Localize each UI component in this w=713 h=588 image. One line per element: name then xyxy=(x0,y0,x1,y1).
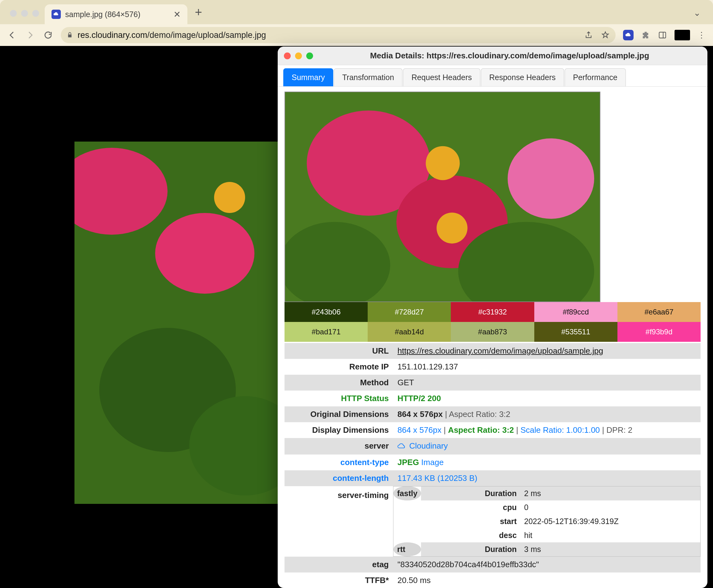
star-icon[interactable] xyxy=(601,30,610,40)
url-link[interactable]: https://res.cloudinary.com/demo/image/up… xyxy=(397,346,603,355)
label-url: URL xyxy=(284,343,393,359)
label-content-length: content-length xyxy=(284,470,393,486)
window-traffic-lights xyxy=(6,10,45,24)
tab-response-headers[interactable]: Response Headers xyxy=(481,68,564,86)
label-http-status: HTTP Status xyxy=(284,391,393,406)
color-swatch: #aab14d xyxy=(368,322,451,342)
value-original-dimensions: 864 x 576px | Aspect Ratio: 3:2 xyxy=(393,406,700,422)
page-image-preview xyxy=(74,142,285,504)
forward-button[interactable] xyxy=(25,30,35,40)
timing-start-value: 2022-05-12T16:39:49.319Z xyxy=(520,514,700,528)
minimize-window-button[interactable] xyxy=(295,52,302,59)
reload-button[interactable] xyxy=(43,30,53,40)
color-swatch: #728d27 xyxy=(368,302,451,322)
value-content-type: JPEG Image xyxy=(393,455,700,470)
tab-performance[interactable]: Performance xyxy=(565,68,626,86)
new-tab-button[interactable]: + xyxy=(188,5,210,24)
side-panel-icon[interactable] xyxy=(658,30,667,40)
share-icon[interactable] xyxy=(584,30,593,40)
color-swatch: #c31932 xyxy=(451,302,534,322)
label-method: Method xyxy=(284,375,393,391)
tab-request-headers[interactable]: Request Headers xyxy=(403,68,480,86)
label-server-timing: server-timing xyxy=(284,486,393,556)
profile-avatar[interactable] xyxy=(674,30,690,40)
chevron-down-icon[interactable]: ⌄ xyxy=(693,8,700,18)
tab-summary[interactable]: Summary xyxy=(283,68,333,86)
value-ttfb: 20.50 ms xyxy=(393,572,700,588)
timing-rtt-duration: 3 ms xyxy=(520,542,700,556)
tab-title: sample.jpg (864×576) xyxy=(65,10,169,19)
address-bar[interactable]: res.cloudinary.com/demo/image/upload/sam… xyxy=(61,27,615,43)
traffic-light[interactable] xyxy=(10,10,17,17)
url-text: res.cloudinary.com/demo/image/upload/sam… xyxy=(78,30,266,40)
panel-tabs: Summary Transformation Request Headers R… xyxy=(278,65,708,87)
svg-point-13 xyxy=(436,213,468,244)
cloudinary-favicon xyxy=(51,9,61,19)
traffic-light[interactable] xyxy=(21,10,28,17)
panel-titlebar: Media Details: https://res.cloudinary.co… xyxy=(278,46,708,65)
svg-point-4 xyxy=(155,213,254,294)
timing-desc-value: hit xyxy=(520,528,700,542)
label-original-dimensions: Original Dimensions xyxy=(284,406,393,422)
panel-body: #243b06#728d27#c31932#f89ccd#e6aa67 #bad… xyxy=(278,87,708,588)
value-method: GET xyxy=(393,375,700,391)
value-server: Cloudinary xyxy=(397,441,448,451)
svg-point-7 xyxy=(214,182,245,213)
details-table: URL https://res.cloudinary.com/demo/imag… xyxy=(284,343,700,588)
close-window-button[interactable] xyxy=(284,52,291,59)
timing-duration-label-2: Duration xyxy=(421,542,520,556)
panel-title: Media Details: https://res.cloudinary.co… xyxy=(318,51,701,61)
extensions-icon[interactable] xyxy=(641,30,650,40)
value-http-status: HTTP/2 200 xyxy=(397,394,441,403)
menu-icon[interactable]: ⋮ xyxy=(697,30,706,40)
timing-cpu-value: 0 xyxy=(520,501,700,514)
timing-desc-label: desc xyxy=(421,528,520,542)
label-display-dimensions: Display Dimensions xyxy=(284,422,393,438)
timing-rtt-label: rtt xyxy=(393,542,422,556)
media-preview-image xyxy=(284,91,600,302)
server-timing-table: fastlyDuration2 ms cpu0 start2022-05-12T… xyxy=(393,486,700,556)
tab-strip: sample.jpg (864×576) ✕ + ⌄ xyxy=(0,0,713,24)
label-remote-ip: Remote IP xyxy=(284,359,393,375)
color-swatch: #f93b9d xyxy=(618,322,700,342)
close-icon[interactable]: ✕ xyxy=(173,9,180,20)
toolbar: res.cloudinary.com/demo/image/upload/sam… xyxy=(0,24,713,46)
value-display-dimensions: 864 x 576px | Aspect Ratio: 3:2 | Scale … xyxy=(393,422,700,438)
zoom-window-button[interactable] xyxy=(306,52,313,59)
timing-duration-label: Duration xyxy=(421,486,520,501)
cloudinary-extension-icon[interactable] xyxy=(623,30,633,40)
label-content-type: content-type xyxy=(284,455,393,470)
timing-cpu-label: cpu xyxy=(421,501,520,514)
color-swatch: #aab873 xyxy=(451,322,534,342)
back-button[interactable] xyxy=(7,30,17,40)
color-swatch: #535511 xyxy=(534,322,618,342)
svg-point-11 xyxy=(507,139,594,219)
label-server: server xyxy=(284,438,393,455)
tab-transformation[interactable]: Transformation xyxy=(334,68,403,86)
traffic-light[interactable] xyxy=(32,10,39,17)
value-content-length: 117.43 KB (120253 B) xyxy=(397,474,477,483)
color-swatch: #bad171 xyxy=(284,322,368,342)
value-remote-ip: 151.101.129.137 xyxy=(393,359,700,375)
color-swatch: #243b06 xyxy=(284,302,368,322)
color-swatch-row: #bad171#aab14d#aab873#535511#f93b9d xyxy=(284,322,700,342)
svg-rect-0 xyxy=(659,32,666,38)
media-details-panel: Media Details: https://res.cloudinary.co… xyxy=(278,46,708,588)
label-ttfb: TTFB* xyxy=(284,572,393,588)
label-etag: etag xyxy=(284,556,393,572)
color-swatch: #f89ccd xyxy=(534,302,618,322)
color-swatch-row: #243b06#728d27#c31932#f89ccd#e6aa67 xyxy=(284,302,700,322)
browser-tab[interactable]: sample.jpg (864×576) ✕ xyxy=(45,4,188,24)
timing-fastly-label: fastly xyxy=(393,486,422,501)
timing-fastly-duration: 2 ms xyxy=(520,486,700,501)
timing-start-label: start xyxy=(421,514,520,528)
browser-chrome: sample.jpg (864×576) ✕ + ⌄ res.cloudinar… xyxy=(0,0,713,46)
svg-point-12 xyxy=(426,146,460,181)
value-etag: "83340520d28b704ca4f4b019effb33dc" xyxy=(393,556,700,572)
color-swatch: #e6aa67 xyxy=(618,302,700,322)
lock-icon xyxy=(66,31,73,39)
